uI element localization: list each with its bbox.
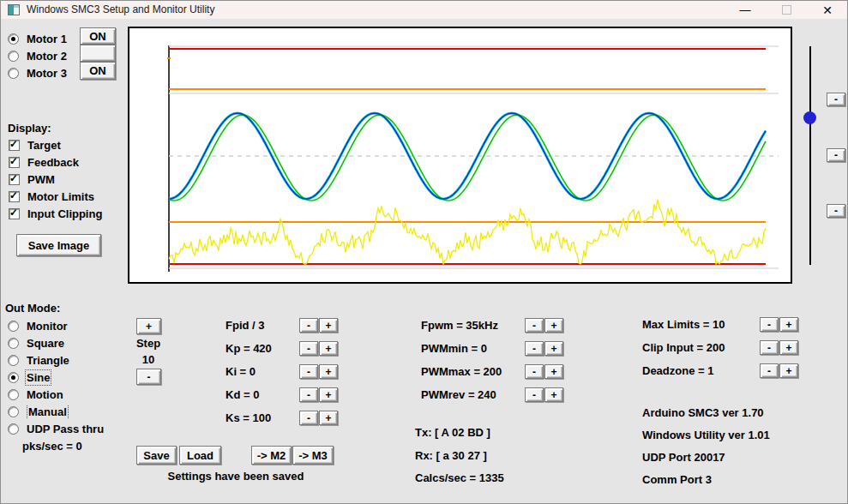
radio-label: UDP Pass thru: [27, 423, 104, 435]
motor-2-on-button[interactable]: [80, 45, 116, 62]
ks-minus-button[interactable]: -: [299, 411, 318, 425]
ki-plus-button[interactable]: +: [319, 364, 338, 379]
radio-icon: [8, 321, 19, 332]
udp-port-label: UDP Port 20017: [642, 451, 725, 464]
radio-label: Motion: [27, 388, 63, 401]
maximize-icon[interactable]: [767, 1, 806, 19]
checkbox-target[interactable]: ✓ Target: [9, 138, 61, 152]
copy-to-m3-button[interactable]: -> M3: [292, 446, 334, 465]
deadzone-value: Deadzone = 1: [642, 364, 713, 377]
copy-to-m2-button[interactable]: -> M2: [251, 446, 292, 465]
pks-per-sec-value: pks/sec = 0: [22, 440, 82, 453]
pwmrev-plus-button[interactable]: +: [544, 387, 563, 402]
fpwm-plus-button[interactable]: +: [544, 318, 563, 333]
checkbox-label: Input Clipping: [27, 207, 102, 220]
motor-3-on-button[interactable]: ON: [80, 62, 116, 80]
step-minus-button[interactable]: -: [136, 369, 161, 385]
checkbox-icon: ✓: [9, 208, 20, 219]
app-window: Windows SMC3 Setup and Monitor Utility —…: [0, 0, 848, 504]
radio-label: Motor 3: [27, 67, 67, 80]
kd-value: Kd = 0: [226, 388, 259, 401]
scope-canvas: [129, 28, 791, 282]
fpid-plus-button[interactable]: +: [319, 318, 338, 333]
radio-icon: [8, 406, 19, 417]
checkbox-label: PWM: [27, 173, 55, 186]
kp-minus-button[interactable]: -: [299, 341, 318, 356]
radio-sine[interactable]: Sine: [8, 370, 50, 384]
scale-slider-thumb[interactable]: [803, 111, 816, 124]
pwm-wave: [169, 200, 766, 264]
title-bar: Windows SMC3 Setup and Monitor Utility —…: [1, 1, 847, 19]
fpid-value: Fpid / 3: [226, 319, 265, 332]
radio-label: Motor 2: [27, 50, 67, 63]
utility-version-label: Windows Utility ver 1.01: [642, 429, 770, 441]
pwmmin-plus-button[interactable]: +: [544, 341, 563, 356]
radio-icon: [8, 423, 19, 435]
checkbox-icon: ✓: [9, 157, 20, 168]
minimize-icon[interactable]: —: [725, 1, 765, 19]
checkbox-input-clipping[interactable]: ✓ Input Clipping: [9, 207, 102, 220]
pwmmin-value: PWMmin = 0: [421, 342, 487, 355]
arduino-version-label: Arduino SMC3 ver 1.70: [642, 406, 764, 419]
max-limits-minus-button[interactable]: -: [760, 317, 779, 332]
load-button[interactable]: Load: [179, 446, 221, 465]
radio-motor-1[interactable]: Motor 1: [8, 32, 67, 45]
radio-triangle[interactable]: Triangle: [8, 353, 69, 367]
close-icon[interactable]: ✕: [808, 1, 847, 19]
motor-1-on-button[interactable]: ON: [80, 27, 116, 45]
comm-port-label: Comm Port 3: [642, 473, 712, 486]
checkbox-pwm[interactable]: ✓ PWM: [9, 172, 55, 186]
clip-input-minus-button[interactable]: -: [760, 340, 779, 355]
clip-input-plus-button[interactable]: +: [779, 340, 798, 355]
kd-minus-button[interactable]: -: [299, 387, 318, 402]
pwmrev-minus-button[interactable]: -: [525, 387, 544, 402]
checkbox-motor-limits[interactable]: ✓ Motor Limits: [9, 189, 94, 203]
check-icon: ✓: [9, 173, 18, 184]
scale-minus-button-2[interactable]: -: [827, 148, 845, 162]
ks-plus-button[interactable]: +: [319, 411, 338, 425]
pwmmin-minus-button[interactable]: -: [525, 341, 544, 356]
fpwm-minus-button[interactable]: -: [525, 318, 544, 333]
out-mode-section-label: Out Mode:: [5, 302, 60, 315]
feedback-wave: [169, 115, 766, 201]
scale-minus-button-1[interactable]: -: [827, 93, 845, 106]
checkbox-feedback[interactable]: ✓ Feedback: [9, 155, 79, 169]
rx-readout: Rx: [ a 30 27 ]: [415, 449, 487, 462]
radio-udp-pass-thru[interactable]: UDP Pass thru: [8, 422, 104, 435]
step-plus-button[interactable]: +: [136, 318, 161, 334]
kp-value: Kp = 420: [226, 342, 272, 355]
check-icon: ✓: [9, 156, 18, 167]
check-icon: ✓: [9, 190, 18, 201]
scope-plot: [128, 27, 792, 284]
deadzone-minus-button[interactable]: -: [760, 363, 779, 378]
checkbox-icon: ✓: [9, 174, 20, 185]
max-limits-plus-button[interactable]: +: [779, 317, 798, 332]
scale-minus-button-3[interactable]: -: [827, 204, 845, 218]
radio-label: Square: [27, 337, 64, 350]
clip-input-value: Clip Input = 200: [642, 341, 725, 354]
save-button[interactable]: Save: [136, 446, 177, 465]
radio-icon: [8, 355, 19, 366]
ki-minus-button[interactable]: -: [299, 364, 318, 379]
step-value: 10: [131, 353, 165, 366]
radio-motor-3[interactable]: Motor 3: [8, 66, 67, 80]
radio-motor-2[interactable]: Motor 2: [8, 49, 67, 63]
tx-readout: Tx: [ A 02 BD ]: [415, 426, 490, 439]
radio-square[interactable]: Square: [8, 336, 64, 350]
scale-slider-track[interactable]: [809, 46, 811, 265]
radio-monitor[interactable]: Monitor: [8, 319, 68, 333]
radio-motion[interactable]: Motion: [8, 387, 63, 401]
radio-label: Triangle: [27, 354, 69, 367]
pwmrev-value: PWMrev = 240: [421, 388, 496, 401]
deadzone-plus-button[interactable]: +: [779, 363, 798, 378]
fpid-minus-button[interactable]: -: [299, 318, 318, 333]
kd-plus-button[interactable]: +: [319, 387, 338, 402]
radio-icon: [8, 33, 19, 45]
pwmmax-plus-button[interactable]: +: [544, 364, 563, 379]
radio-label: Manual: [27, 405, 69, 418]
save-image-button[interactable]: Save Image: [16, 234, 101, 256]
radio-manual[interactable]: Manual: [8, 405, 69, 418]
radio-icon: [8, 51, 19, 62]
pwmmax-minus-button[interactable]: -: [525, 364, 544, 379]
kp-plus-button[interactable]: +: [319, 341, 338, 356]
